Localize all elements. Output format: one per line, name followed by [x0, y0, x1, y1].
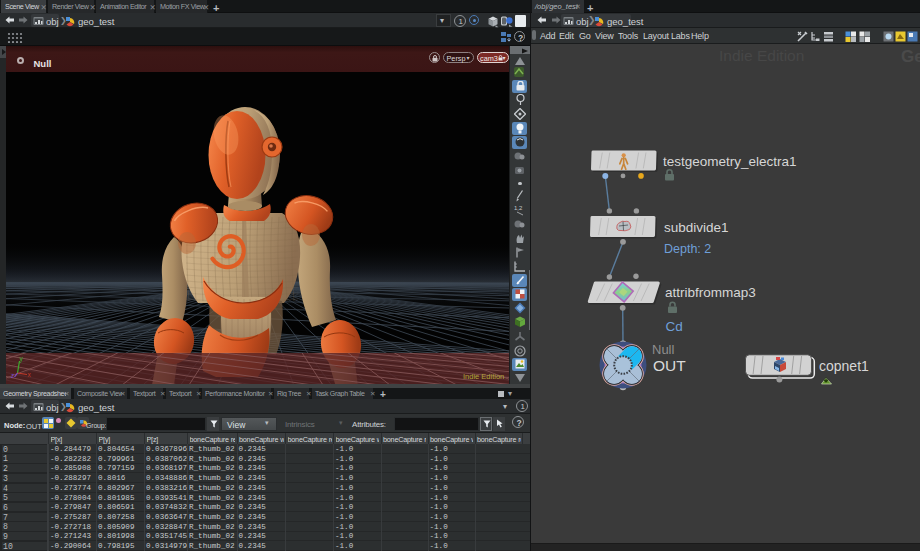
svg-text:testgeometry_electra1: testgeometry_electra1 [663, 154, 797, 169]
svg-text:OUT: OUT [653, 357, 686, 374]
svg-text:1,2: 1,2 [514, 205, 523, 211]
svg-text:Cd: Cd [666, 319, 683, 334]
svg-text:z: z [11, 372, 14, 379]
svg-text:Null: Null [652, 342, 675, 357]
svg-text:copnet1: copnet1 [819, 358, 869, 374]
svg-text:Indie Edition: Indie Edition [463, 372, 504, 381]
svg-text:attribfrommap3: attribfrommap3 [665, 285, 756, 300]
svg-text:Depth: 2: Depth: 2 [664, 242, 711, 256]
svg-text:subdivide1: subdivide1 [664, 220, 729, 235]
svg-text:Geo: Geo [901, 47, 920, 66]
svg-text:Indie Edition: Indie Edition [719, 47, 804, 64]
